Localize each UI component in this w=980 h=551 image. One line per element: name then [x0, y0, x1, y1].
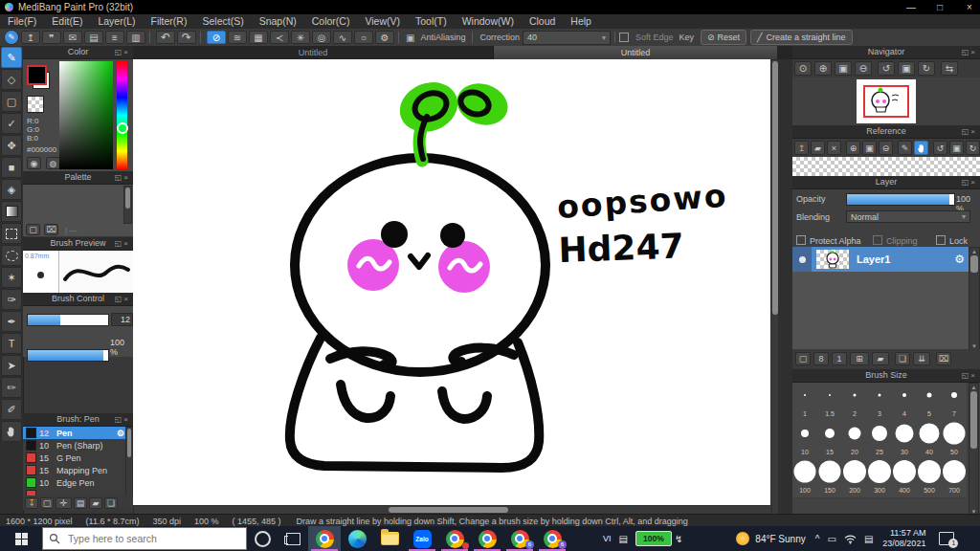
snap-radial-button[interactable]: ✳ — [291, 31, 310, 44]
lock-checkbox[interactable]: Lock — [936, 231, 968, 248]
menu-select[interactable]: Select(S) — [194, 14, 251, 29]
brush-size-option[interactable]: 30 — [892, 421, 918, 460]
close-icon[interactable]: × — [970, 371, 977, 380]
brush-size-option[interactable]: 200 — [842, 459, 868, 498]
snap-grid-button[interactable]: ▦ — [249, 31, 268, 44]
merge-layer-button[interactable]: ⇊ — [913, 352, 930, 365]
clipping-checkbox[interactable]: Clipping — [873, 231, 918, 248]
transparent-color-swatch[interactable] — [27, 96, 44, 113]
popout-icon[interactable]: ◱ — [115, 173, 124, 182]
brush-item-partial[interactable] — [23, 489, 127, 496]
brush-size-option[interactable]: 4 — [892, 383, 918, 422]
flip-view-button[interactable]: ⇆ — [941, 61, 958, 76]
import-reference-button[interactable]: ↥ — [794, 141, 809, 155]
duplicate-brush-button[interactable]: ❏ — [104, 497, 118, 509]
brush-size-option[interactable]: 100 — [792, 459, 818, 498]
shape-brush-tool[interactable]: ▢ — [1, 91, 22, 112]
brush-size-option[interactable]: 25 — [867, 421, 893, 460]
brush-folder-button[interactable]: ▰ — [89, 497, 102, 509]
popout-icon[interactable]: ◱ — [115, 48, 124, 56]
protect-alpha-checkbox[interactable]: Protect Alpha — [796, 231, 861, 248]
zoom-in-button[interactable]: ⊕ — [814, 61, 832, 76]
taskbar-search[interactable] — [42, 527, 247, 550]
new-layer-button[interactable]: ▢ — [795, 352, 811, 365]
divide-tool[interactable]: ✐ — [1, 399, 22, 420]
cloud-save-button[interactable]: ✎ — [4, 30, 19, 45]
cortana-button[interactable] — [247, 526, 278, 551]
menu-color[interactable]: Color(C) — [304, 14, 358, 29]
popout-icon[interactable]: ◱ — [115, 295, 124, 303]
battery-indicator[interactable]: 100% — [635, 531, 672, 546]
brush-tool[interactable]: ✎ — [1, 47, 22, 68]
close-button[interactable]: × — [956, 0, 980, 14]
navigator-thumbnail[interactable] — [857, 79, 916, 123]
eyedropper-tool[interactable]: ✏ — [1, 377, 22, 398]
ref-eyedropper-button[interactable]: ✎ — [898, 141, 912, 155]
add-layer-folder-button[interactable]: ⊞ — [850, 352, 869, 365]
canvas[interactable]: oopsowo Hd247 — [133, 59, 770, 505]
menu-cloud[interactable]: Cloud — [522, 14, 563, 29]
text-tool[interactable]: T — [1, 333, 22, 354]
ref-hand-button[interactable] — [914, 141, 928, 155]
layer-list-scrollbar[interactable]: ▲ ▼ — [969, 247, 980, 351]
tray-device-icon[interactable]: ▭ — [827, 534, 835, 544]
menu-window[interactable]: Window(W) — [455, 14, 522, 29]
document-button[interactable]: ▤ — [84, 31, 103, 44]
brush-size-scrollbar[interactable]: ▲ ▼ — [969, 383, 979, 517]
brush-item-g-pen[interactable]: 15 G Pen — [23, 452, 127, 465]
palette-add-button[interactable]: ◍ — [46, 157, 60, 169]
blending-dropdown[interactable]: Normal▾ — [846, 210, 970, 223]
wifi-icon[interactable] — [844, 534, 857, 544]
brush-opacity-slider[interactable] — [27, 349, 109, 362]
zoom-out-button[interactable]: ⊖ — [855, 61, 872, 76]
close-icon[interactable]: × — [970, 178, 977, 187]
clock[interactable]: 11:57 AM 23/08/2021 — [882, 528, 925, 549]
brush-item-pen[interactable]: 12 Pen ⚙ — [23, 427, 127, 440]
palette-picker-button[interactable]: ◉ — [27, 157, 41, 169]
soft-edge-checkbox[interactable] — [619, 33, 629, 42]
power-plug-icon[interactable]: ↯ — [675, 534, 682, 544]
select-tool[interactable] — [1, 223, 22, 244]
clear-reference-button[interactable]: × — [827, 141, 841, 155]
snap-concentric-button[interactable]: ◎ — [312, 31, 331, 44]
lasso-tool[interactable] — [1, 245, 22, 266]
touch-keyboard-icon[interactable]: ▤ — [619, 534, 628, 544]
taskbar-app-chrome-4[interactable]: 6 — [503, 526, 536, 551]
tray-chevron-up[interactable]: ^ — [815, 534, 820, 544]
brush-size-option[interactable]: 7 — [942, 383, 968, 422]
ref-zoom-out-button[interactable]: ⊖ — [879, 141, 893, 155]
popout-icon[interactable]: ◱ — [115, 415, 124, 424]
brush-size-option[interactable]: 700 — [942, 459, 968, 498]
eraser-tool[interactable]: ◇ — [1, 69, 22, 90]
reset-view-button[interactable]: ▣ — [898, 61, 915, 76]
snap-vanishing-button[interactable]: ≺ — [270, 31, 289, 44]
undo-button[interactable]: ↶ — [156, 31, 175, 44]
search-input[interactable] — [66, 532, 233, 545]
menu-edit[interactable]: Edit(E) — [44, 14, 90, 29]
menu-tool[interactable]: Tool(T) — [408, 14, 455, 29]
popout-icon[interactable]: ◱ — [962, 178, 971, 187]
canvas-tab-inactive[interactable]: Untitled — [133, 46, 494, 59]
palette-scrollbar[interactable] — [123, 186, 132, 224]
brush-settings-gear-icon[interactable]: ⚙ — [117, 429, 124, 438]
message-button[interactable]: ✉ — [63, 31, 82, 44]
snap-settings-button[interactable]: ⚙ — [375, 31, 394, 44]
rotate-right-button[interactable]: ↻ — [918, 61, 935, 76]
export-button[interactable]: ↥ — [21, 31, 40, 44]
opacity-slider[interactable] — [846, 193, 955, 206]
delete-palette-color-button[interactable]: ⌧ — [44, 224, 58, 235]
layer-settings-gear-icon[interactable]: ⚙ — [954, 253, 965, 266]
ref-rotate-right-button[interactable]: ↻ — [966, 141, 980, 155]
start-button[interactable] — [0, 526, 42, 551]
open-reference-button[interactable]: ▰ — [811, 141, 825, 155]
close-icon[interactable]: × — [123, 415, 130, 424]
fit-window-button[interactable]: ▣ — [835, 61, 852, 76]
brush-size-slider[interactable] — [27, 314, 109, 326]
layer-visibility-toggle[interactable] — [792, 247, 812, 272]
fill-rect-tool[interactable]: ■ — [1, 157, 22, 178]
brush-size-option[interactable]: 300 — [867, 459, 893, 498]
saturation-value-picker[interactable] — [59, 61, 113, 169]
close-icon[interactable]: × — [123, 295, 130, 303]
foreground-color-swatch[interactable] — [27, 65, 47, 85]
select-eraser-tool[interactable]: ✒ — [1, 311, 22, 332]
